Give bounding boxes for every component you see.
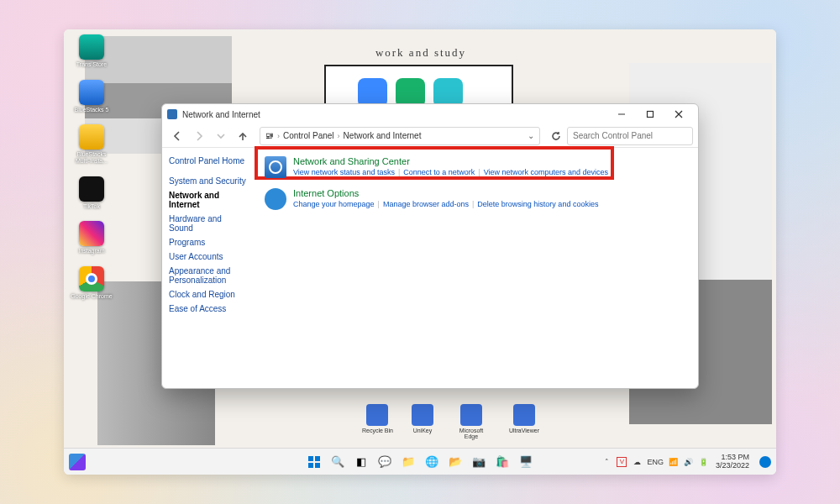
close-button[interactable] <box>664 105 693 123</box>
clock-date: 3/23/2022 <box>716 462 749 470</box>
category-sublinks: Change your homepage|Manage browser add-… <box>293 200 598 208</box>
refresh-button[interactable] <box>547 126 565 146</box>
widgets-button[interactable] <box>69 454 86 470</box>
category-sublink[interactable]: View network status and tasks <box>293 168 395 176</box>
screenshot-frame: work and study Trans StoreBlueStacks 5Bl… <box>0 0 840 504</box>
desktop-shortcut[interactable]: UniKey <box>412 404 433 439</box>
system-tray[interactable]: ˄ V ☁ ENG 📶 🔊 🔋 <box>601 457 709 467</box>
chat-icon[interactable]: 💬 <box>375 453 394 471</box>
address-bar[interactable]: 🖳 › Control Panel › Network and Internet… <box>260 127 540 145</box>
notification-center-button[interactable] <box>759 456 771 468</box>
search-input[interactable] <box>573 131 687 140</box>
desktop-icon-tiktok[interactable]: TikTok <box>69 176 114 210</box>
sidebar-item[interactable]: User Accounts <box>169 249 248 264</box>
desktop: work and study Trans StoreBlueStacks 5Bl… <box>64 29 776 475</box>
chevron-right-icon: › <box>277 132 280 140</box>
shortcut-label: Recycle Bin <box>362 428 393 433</box>
back-button[interactable] <box>167 126 187 146</box>
control-panel-window: Network and Internet 🖳 › Control Panel ›… <box>161 103 699 389</box>
bluestacks-icon <box>79 80 104 105</box>
desktop-icon-label: Google Chrome <box>71 293 112 300</box>
bluestacks-multi-icon <box>79 124 104 150</box>
window-title: Network and Internet <box>182 110 260 119</box>
sidebar-item[interactable]: Hardware and Sound <box>169 212 248 235</box>
category-icon <box>265 156 286 178</box>
maximize-button[interactable] <box>636 105 664 123</box>
breadcrumb-root[interactable]: Control Panel <box>283 131 334 140</box>
start-button[interactable] <box>305 453 323 471</box>
chevron-right-icon: › <box>338 132 340 140</box>
tiktok-icon <box>79 176 104 202</box>
sidebar-item[interactable]: Clock and Region <box>169 287 248 302</box>
category-sublinks: View network status and tasks|Connect to… <box>293 168 608 176</box>
taskbar: 🔍 ◧ 💬 📁 🌐 📂 📷 🛍️ 🖥️ ˄ V ☁ ENG 📶 🔊 <box>64 448 776 475</box>
tray-app-icon[interactable]: V <box>617 457 627 467</box>
file-explorer-icon[interactable]: 📁 <box>399 453 417 471</box>
shortcut-label: UltraViewer <box>509 428 539 433</box>
titlebar[interactable]: Network and Internet <box>162 104 698 124</box>
taskbar-app-icon[interactable]: 🛍️ <box>493 453 512 471</box>
category-sublink[interactable]: Change your homepage <box>293 200 375 208</box>
category-title-link[interactable]: Internet Options <box>293 188 598 198</box>
category-icon <box>265 188 286 210</box>
taskbar-app-icon[interactable]: 📷 <box>470 453 488 471</box>
edge-icon[interactable]: 🌐 <box>423 453 441 471</box>
minimize-button[interactable] <box>607 105 636 123</box>
taskbar-app-icon[interactable]: 🖥️ <box>517 453 535 471</box>
taskbar-app-icon[interactable]: 📂 <box>446 453 465 471</box>
desktop-icon-trans-store[interactable]: Trans Store <box>69 34 114 68</box>
breadcrumb-icon: 🖳 <box>265 131 274 140</box>
desktop-shortcut[interactable]: UltraViewer <box>509 404 539 439</box>
shortcut-label: Microsoft Edge <box>452 428 491 439</box>
wallpaper-heading: work and study <box>316 46 526 60</box>
trans-store-icon <box>79 34 104 60</box>
control-panel-home-link[interactable]: Control Panel Home <box>169 156 248 165</box>
desktop-icon-label: TikTok <box>83 203 100 210</box>
desktop-icon-instagram[interactable]: Instagram <box>69 221 114 255</box>
desktop-icons-column: Trans StoreBlueStacks 5BlueStacks Multi-… <box>69 34 114 300</box>
svg-rect-5 <box>308 456 313 461</box>
category-sublink[interactable]: Delete browsing history and cookies <box>477 200 598 208</box>
category-title-link[interactable]: Network and Sharing Center <box>293 156 608 166</box>
sidebar-item[interactable]: Programs <box>169 235 248 249</box>
desktop-icon-chrome[interactable]: Google Chrome <box>69 266 114 300</box>
svg-rect-1 <box>648 112 654 118</box>
desktop-shortcut[interactable]: Microsoft Edge <box>452 404 491 439</box>
volume-icon[interactable]: 🔊 <box>684 457 694 467</box>
category-sublink[interactable]: Manage browser add-ons <box>383 200 469 208</box>
task-view-icon[interactable]: ◧ <box>352 453 370 471</box>
recent-locations-button[interactable] <box>211 126 231 146</box>
tray-overflow-icon[interactable]: ˄ <box>601 457 612 467</box>
sidebar-item[interactable]: Ease of Access <box>169 302 248 316</box>
category-sublink[interactable]: Connect to a network <box>403 168 475 176</box>
battery-icon[interactable]: 🔋 <box>699 457 709 467</box>
sidebar-item[interactable]: System and Security <box>169 174 248 188</box>
sidebar-item[interactable]: Appearance and Personalization <box>169 264 248 287</box>
desktop-shortcut[interactable]: Recycle Bin <box>362 404 393 439</box>
wifi-icon[interactable]: 📶 <box>669 457 679 467</box>
sidebar: Control Panel Home System and SecurityNe… <box>162 148 255 388</box>
search-icon[interactable]: 🔍 <box>328 453 347 471</box>
chrome-icon <box>79 266 104 291</box>
desktop-icon-bluestacks-multi[interactable]: BlueStacks Multi-Insta... <box>69 124 114 164</box>
onedrive-icon[interactable]: ☁ <box>632 457 642 467</box>
nav-toolbar: 🖳 › Control Panel › Network and Internet… <box>162 124 698 148</box>
desktop-icon-label: Instagram <box>78 248 104 255</box>
sidebar-item[interactable]: Network and Internet <box>169 188 248 212</box>
control-panel-icon <box>167 109 177 119</box>
shortcut-icon <box>412 404 433 426</box>
search-box[interactable] <box>567 127 693 145</box>
desktop-icon-label: BlueStacks 5 <box>75 107 109 113</box>
up-button[interactable] <box>233 126 253 146</box>
category-block: Network and Sharing Center View network … <box>263 155 690 180</box>
forward-button[interactable] <box>189 126 209 146</box>
clock[interactable]: 1:53 PM 3/23/2022 <box>716 454 749 470</box>
svg-rect-8 <box>315 463 320 468</box>
address-dropdown-button[interactable]: ⌄ <box>528 131 534 140</box>
desktop-icon-bluestacks[interactable]: BlueStacks 5 <box>69 80 114 113</box>
language-indicator[interactable]: ENG <box>647 458 664 466</box>
svg-rect-7 <box>308 463 313 468</box>
breadcrumb-current[interactable]: Network and Internet <box>344 131 422 140</box>
category-block: Internet Options Change your homepage|Ma… <box>263 186 690 212</box>
category-sublink[interactable]: View network computers and devices <box>484 168 608 176</box>
